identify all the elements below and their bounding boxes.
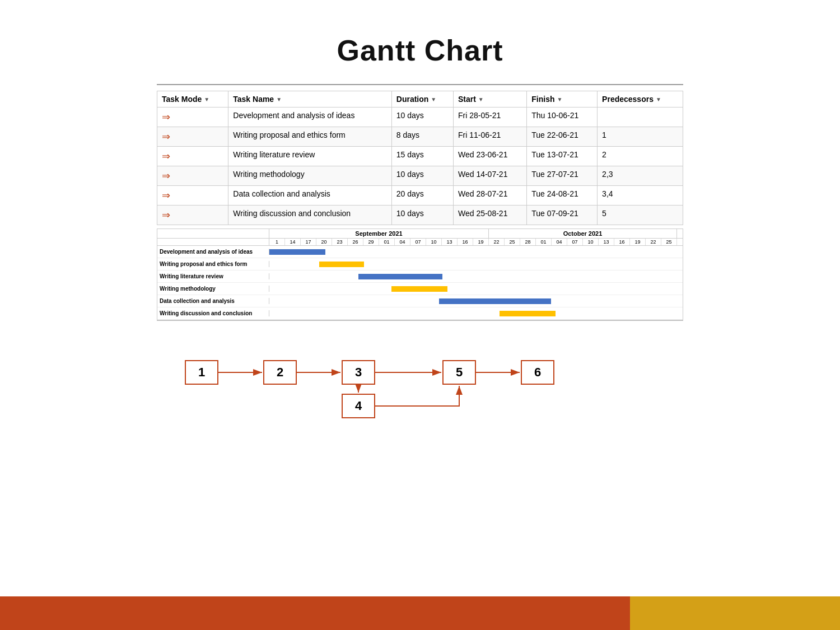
network-node-2: 2	[263, 360, 297, 385]
table-row: ⇒Writing proposal and ethics form8 daysF…	[157, 127, 683, 147]
network-node-1: 1	[185, 360, 218, 385]
gantt-bar	[439, 298, 551, 304]
gantt-row-label: Writing discussion and conclusion	[157, 310, 269, 316]
gantt-bar	[500, 311, 556, 316]
cell-predecessors	[598, 108, 683, 127]
gantt-date-cell: 1	[269, 239, 285, 245]
task-mode-icon: ⇒	[162, 170, 170, 182]
cell-task_name: Writing proposal and ethics form	[228, 127, 392, 147]
cell-duration: 10 days	[391, 206, 453, 225]
cell-predecessors: 2	[598, 147, 683, 166]
network-node-4: 4	[342, 394, 375, 418]
gantt-bar	[358, 274, 442, 279]
gantt-date-cell: 22	[646, 239, 661, 245]
col-predecessors[interactable]: Predecessors ▼	[598, 91, 683, 108]
gantt-date-cell: 10	[426, 239, 442, 245]
gantt-row: Writing discussion and conclusion	[157, 307, 683, 320]
page-title: Gantt Chart	[337, 34, 503, 67]
cell-task_name: Data collection and analysis	[228, 186, 392, 206]
task-mode-icon: ⇒	[162, 111, 170, 123]
cell-finish: Tue 24-08-21	[527, 186, 598, 206]
sort-icon-duration: ▼	[431, 96, 436, 102]
cell-finish: Tue 22-06-21	[527, 127, 598, 147]
gantt-row: Development and analysis of ideas	[157, 246, 683, 258]
gantt-table: Task Mode ▼ Task Name ▼ Duration ▼	[157, 91, 683, 225]
gantt-date-cell: 19	[630, 239, 646, 245]
col-start[interactable]: Start ▼	[453, 91, 526, 108]
gantt-date-cell: 20	[316, 239, 332, 245]
cell-task_name: Writing literature review	[228, 147, 392, 166]
gantt-row: Writing proposal and ethics form	[157, 258, 683, 270]
cell-finish: Tue 07-09-21	[527, 206, 598, 225]
gantt-bar	[391, 286, 447, 292]
cell-predecessors: 5	[598, 206, 683, 225]
sort-icon-start: ▼	[478, 96, 484, 102]
gantt-bar	[269, 249, 325, 255]
gantt-row-label: Data collection and analysis	[157, 298, 269, 304]
footer-bar	[0, 596, 840, 630]
cell-duration: 8 days	[391, 127, 453, 147]
gantt-date-cell: 07	[410, 239, 426, 245]
gantt-date-cell: 28	[520, 239, 536, 245]
gantt-date-cell: 25	[661, 239, 677, 245]
footer-left	[0, 596, 630, 630]
gantt-date-cell: 04	[552, 239, 567, 245]
cell-predecessors: 3,4	[598, 186, 683, 206]
gantt-date-cell: 17	[301, 239, 316, 245]
cell-finish: Thu 10-06-21	[527, 108, 598, 127]
cell-finish: Tue 27-07-21	[527, 166, 598, 186]
gantt-date-cell: 01	[379, 239, 395, 245]
col-finish[interactable]: Finish ▼	[527, 91, 598, 108]
task-mode-icon: ⇒	[162, 189, 170, 202]
sort-icon-taskmode: ▼	[204, 96, 209, 102]
gantt-date-cell: 29	[363, 239, 379, 245]
cell-task_name: Writing methodology	[228, 166, 392, 186]
gantt-date-cell: 16	[458, 239, 473, 245]
table-row: ⇒Development and analysis of ideas10 day…	[157, 108, 683, 127]
table-row: ⇒Writing methodology10 daysWed 14-07-21T…	[157, 166, 683, 186]
task-mode-icon: ⇒	[162, 209, 170, 221]
col-duration[interactable]: Duration ▼	[391, 91, 453, 108]
gantt-date-cell: 23	[332, 239, 348, 245]
sort-icon-taskname: ▼	[276, 96, 282, 102]
table-row: ⇒Data collection and analysis20 daysWed …	[157, 186, 683, 206]
task-mode-icon: ⇒	[162, 130, 170, 143]
gantt-month-label: September 2021	[269, 229, 489, 238]
gantt-date-cell: 22	[489, 239, 505, 245]
sort-icon-finish: ▼	[557, 96, 563, 102]
gantt-row-label: Development and analysis of ideas	[157, 249, 269, 255]
col-task-mode[interactable]: Task Mode ▼	[157, 91, 228, 108]
cell-task_name: Development and analysis of ideas	[228, 108, 392, 127]
network-diagram: 123564	[157, 338, 683, 427]
title-divider	[157, 84, 683, 85]
footer-right	[630, 596, 840, 630]
sort-icon-pred: ▼	[656, 96, 661, 102]
gantt-row-label: Writing proposal and ethics form	[157, 261, 269, 267]
network-divider	[157, 320, 683, 321]
cell-duration: 10 days	[391, 166, 453, 186]
cell-start: Wed 25-08-21	[453, 206, 526, 225]
gantt-date-cell: 19	[473, 239, 489, 245]
gantt-row-label: Writing literature review	[157, 273, 269, 279]
gantt-date-cell: 14	[285, 239, 301, 245]
gantt-date-cell: 04	[395, 239, 410, 245]
table-row: ⇒Writing discussion and conclusion10 day…	[157, 206, 683, 225]
gantt-date-cell: 13	[442, 239, 458, 245]
gantt-bar	[319, 262, 364, 267]
gantt-date-cell: 07	[567, 239, 583, 245]
task-mode-icon: ⇒	[162, 150, 170, 162]
gantt-visual: September 2021October 202111417202326290…	[157, 228, 683, 320]
cell-duration: 20 days	[391, 186, 453, 206]
gantt-date-cell: 01	[536, 239, 552, 245]
cell-start: Wed 28-07-21	[453, 186, 526, 206]
cell-duration: 15 days	[391, 147, 453, 166]
gantt-row: Data collection and analysis	[157, 295, 683, 307]
cell-start: Fri 28-05-21	[453, 108, 526, 127]
cell-start: Wed 14-07-21	[453, 166, 526, 186]
gantt-row: Writing literature review	[157, 270, 683, 283]
network-node-5: 5	[442, 360, 476, 385]
gantt-date-cell: 16	[614, 239, 630, 245]
gantt-row-label: Writing methodology	[157, 286, 269, 292]
col-task-name[interactable]: Task Name ▼	[228, 91, 392, 108]
network-node-3: 3	[342, 360, 375, 385]
